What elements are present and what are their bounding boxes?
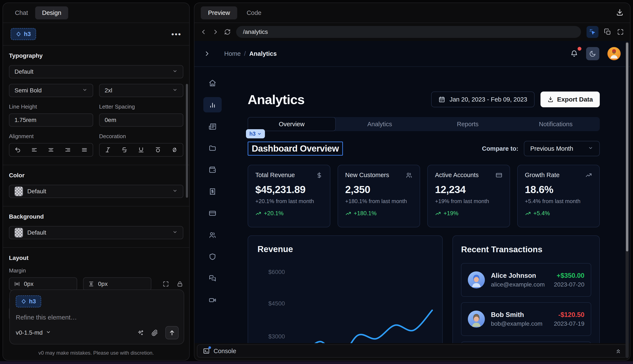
sidebar-item-files[interactable] bbox=[203, 140, 222, 156]
breadcrumb-current: Analytics bbox=[249, 50, 277, 57]
stat-trend-value: +180.1% bbox=[354, 210, 377, 217]
align-right-icon[interactable] bbox=[62, 145, 74, 155]
prompt-input[interactable]: Refine this element… bbox=[16, 314, 178, 321]
margin-x-value: 0px bbox=[24, 280, 34, 287]
stat-title: New Customers bbox=[345, 172, 389, 178]
compare-select[interactable]: Previous Month bbox=[524, 141, 600, 156]
line-height-value: 1.75rem bbox=[15, 117, 37, 124]
fullscreen-icon[interactable] bbox=[617, 28, 624, 36]
tab-preview[interactable]: Preview bbox=[201, 6, 237, 19]
transaction-row[interactable]: Alice Johnson alice@example.com +$350.00… bbox=[461, 263, 591, 297]
margin-horizontal-icon bbox=[14, 281, 20, 287]
more-menu-icon[interactable]: ••• bbox=[171, 33, 181, 35]
stat-value: 12,234 bbox=[435, 184, 502, 196]
stat-card-new-customers: New Customers 2,350 +180.1% from last mo… bbox=[338, 165, 420, 227]
dashboard-tabs: Overview Analytics Reports Notifications bbox=[248, 117, 600, 131]
browser-toolbar bbox=[194, 23, 630, 41]
sidebar-item-customers[interactable] bbox=[203, 227, 222, 243]
refresh-icon[interactable] bbox=[224, 29, 231, 35]
tab-analytics[interactable]: Analytics bbox=[336, 117, 424, 131]
tab-reports[interactable]: Reports bbox=[424, 117, 512, 131]
console-bar[interactable]: Console bbox=[197, 344, 627, 358]
download-icon[interactable] bbox=[616, 8, 624, 17]
design-panel: Chat Design h3 ••• Typography Default Se… bbox=[3, 2, 190, 360]
selected-element-badge[interactable]: h3 bbox=[11, 28, 36, 40]
align-left-icon[interactable] bbox=[28, 145, 41, 155]
lock-icon[interactable] bbox=[176, 280, 183, 287]
tab-design[interactable]: Design bbox=[35, 6, 68, 19]
color-select[interactable]: Default bbox=[9, 185, 183, 198]
tab-chat[interactable]: Chat bbox=[11, 6, 32, 19]
sidebar-item-wallet[interactable] bbox=[203, 162, 222, 178]
sparkles-icon[interactable] bbox=[137, 329, 144, 336]
italic-icon[interactable] bbox=[102, 145, 114, 155]
prompt-element-badge[interactable]: h3 bbox=[16, 296, 41, 308]
chevron-down-icon bbox=[172, 229, 178, 236]
align-center-icon[interactable] bbox=[45, 145, 57, 155]
send-button[interactable] bbox=[165, 326, 179, 339]
stat-value: 2,350 bbox=[345, 184, 413, 196]
tab-code[interactable]: Code bbox=[247, 9, 261, 16]
breadcrumb-separator: / bbox=[244, 50, 246, 57]
copy-icon[interactable] bbox=[604, 28, 611, 36]
chevron-down-icon bbox=[46, 329, 51, 336]
transaction-row[interactable]: Bob Smith bob@example.com -$120.50 2023-… bbox=[461, 302, 591, 336]
model-select[interactable]: v0-1.5-md bbox=[16, 329, 51, 336]
sidebar-item-billing[interactable] bbox=[203, 184, 222, 199]
design-panel-scrollbar[interactable] bbox=[186, 84, 188, 198]
stat-value: $45,231.89 bbox=[255, 184, 323, 196]
export-data-button[interactable]: Export Data bbox=[540, 92, 600, 107]
app-sidebar bbox=[194, 67, 231, 343]
margin-y-input[interactable]: 0px bbox=[83, 277, 151, 290]
sidebar-item-video[interactable] bbox=[203, 292, 222, 308]
sidebar-item-security[interactable] bbox=[203, 249, 222, 264]
preview-panel-tabs: Preview Code bbox=[194, 3, 630, 23]
bell-icon[interactable] bbox=[570, 50, 578, 58]
sidebar-item-cards[interactable] bbox=[203, 206, 222, 221]
background-select[interactable]: Default bbox=[9, 226, 183, 239]
preview-scrollbar[interactable] bbox=[625, 42, 629, 358]
date-range-button[interactable]: Jan 20, 2023 - Feb 09, 2023 bbox=[431, 92, 534, 107]
inspect-cursor-icon[interactable] bbox=[586, 26, 598, 38]
tab-notifications[interactable]: Notifications bbox=[512, 117, 600, 131]
margin-x-input[interactable]: 0px bbox=[9, 277, 77, 290]
preview-panel: Preview Code Home / Anal bbox=[194, 2, 630, 360]
overline-icon[interactable] bbox=[152, 145, 164, 155]
font-weight-select[interactable]: Semi Bold bbox=[9, 84, 93, 97]
background-section: Background Default bbox=[3, 206, 189, 248]
sidebar-expand-icon[interactable] bbox=[204, 50, 210, 57]
selection-outline[interactable]: Dashboard Overview bbox=[248, 142, 343, 156]
preview-scrollbar-thumb[interactable] bbox=[626, 42, 628, 252]
sidebar-item-analytics[interactable] bbox=[203, 97, 222, 112]
chevrons-up-icon[interactable] bbox=[615, 348, 621, 354]
letter-spacing-input[interactable]: 0em bbox=[99, 114, 183, 127]
credit-card-icon bbox=[496, 172, 502, 178]
letter-spacing-value: 0em bbox=[105, 117, 116, 124]
breadcrumb-home[interactable]: Home bbox=[224, 50, 241, 57]
transaction-row-partial[interactable] bbox=[461, 342, 591, 343]
user-avatar[interactable] bbox=[607, 47, 621, 60]
forward-icon[interactable] bbox=[212, 29, 219, 35]
align-justify-icon[interactable] bbox=[78, 145, 91, 155]
theme-toggle-button[interactable] bbox=[586, 47, 599, 60]
font-size-select[interactable]: 2xl bbox=[99, 84, 183, 97]
refine-prompt-box: h3 Refine this element… v0-1.5-md bbox=[9, 290, 184, 344]
expand-icon[interactable] bbox=[162, 280, 169, 287]
undo-icon[interactable] bbox=[12, 145, 24, 155]
back-icon[interactable] bbox=[200, 29, 207, 35]
date-range-value: Jan 20, 2023 - Feb 09, 2023 bbox=[450, 96, 527, 103]
no-decoration-icon[interactable] bbox=[168, 145, 181, 155]
selected-element-tag-pill[interactable]: h3 bbox=[246, 129, 265, 138]
stat-card-active-accounts: Active Accounts 12,234 +19% from last mo… bbox=[427, 165, 510, 227]
line-height-input[interactable]: 1.75rem bbox=[9, 114, 93, 127]
sidebar-item-messages[interactable] bbox=[203, 271, 222, 286]
strikethrough-icon[interactable] bbox=[118, 145, 131, 155]
sidebar-item-home[interactable] bbox=[203, 75, 222, 91]
color-section: Color Default bbox=[3, 165, 189, 206]
underline-icon[interactable] bbox=[135, 145, 147, 155]
paperclip-icon[interactable] bbox=[151, 329, 158, 336]
transaction-amount: -$120.50 bbox=[558, 311, 584, 319]
sidebar-item-news[interactable] bbox=[203, 119, 222, 134]
url-input[interactable] bbox=[236, 26, 581, 38]
font-select[interactable]: Default bbox=[9, 65, 183, 78]
